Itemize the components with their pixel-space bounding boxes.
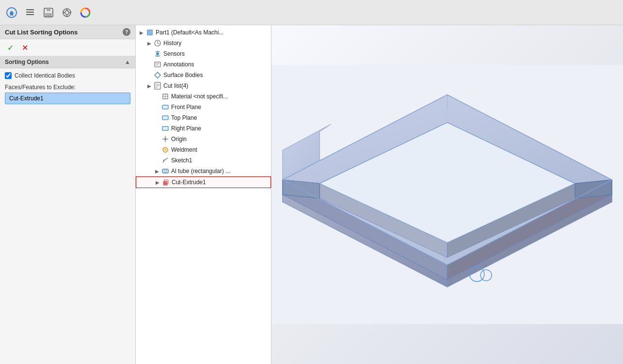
cut-list-expand-icon[interactable]: ▶	[145, 82, 153, 90]
tree-item-surface-bodies[interactable]: Surface Bodies	[136, 70, 271, 80]
extrude-icon	[161, 178, 170, 187]
svg-point-19	[156, 52, 159, 55]
3d-viewport[interactable]	[272, 25, 623, 364]
tree-item-origin[interactable]: Origin	[136, 134, 271, 144]
sorting-options-section-header[interactable]: Sorting Options ▲	[0, 56, 135, 68]
tree-item-history[interactable]: ▶History	[136, 38, 271, 48]
cut-extrude1-label: Cut-Extrude1	[172, 179, 206, 186]
svg-rect-6	[45, 13, 52, 16]
annotations-expand-icon	[145, 61, 153, 68]
tree-item-cut-list[interactable]: ▶Cut list(4)	[136, 80, 271, 91]
svg-rect-3	[26, 14, 34, 15]
sorting-options-content: Collect Identical Bodies Faces/Features …	[0, 68, 135, 108]
target-icon[interactable]	[59, 5, 75, 20]
cross-icon: ✕	[22, 43, 28, 52]
origin-icon	[161, 135, 170, 143]
tree-item-al-tube[interactable]: ▶Al tube (rectangular) ...	[136, 166, 271, 176]
front-plane-expand-icon	[153, 103, 161, 111]
material-label: Material <not specifi...	[171, 93, 228, 100]
toolbar	[0, 0, 623, 25]
svg-rect-41	[163, 181, 167, 185]
tree-item-sensors[interactable]: Sensors	[136, 48, 271, 59]
history-label: History	[163, 40, 181, 47]
faces-features-label: Faces/Features to Exclude:	[5, 84, 130, 91]
panel-header: Cut List Sorting Options ?	[0, 25, 135, 39]
root-label: Part1 (Default<As Machi...	[156, 29, 224, 36]
selected-feature-box[interactable]: Cut-Extrude1	[5, 93, 130, 104]
properties-panel: Cut List Sorting Options ? ✓ ✕ Sorting O…	[0, 25, 136, 364]
home-icon[interactable]	[4, 5, 19, 20]
feature-tree-panel: ▶ Part1 (Default<As Machi... ▶HistorySen…	[136, 25, 272, 364]
svg-rect-1	[26, 9, 34, 10]
al-tube-expand-icon[interactable]: ▶	[153, 167, 161, 175]
sensors-expand-icon	[145, 50, 153, 58]
svg-rect-20	[155, 62, 160, 67]
save-icon[interactable]	[41, 5, 56, 20]
svg-point-38	[163, 160, 165, 161]
material-expand-icon	[153, 93, 161, 100]
check-icon: ✓	[7, 43, 14, 52]
weldment-icon	[161, 145, 170, 154]
collect-identical-row: Collect Identical Bodies	[5, 72, 130, 79]
plane-icon	[161, 103, 170, 111]
collect-identical-checkbox[interactable]	[5, 72, 12, 79]
tree-root-item[interactable]: ▶ Part1 (Default<As Machi...	[136, 27, 271, 38]
accept-button[interactable]: ✓	[5, 42, 16, 53]
surface-bodies-expand-icon	[145, 71, 153, 79]
annotations-label: Annotations	[163, 61, 194, 68]
tree-item-right-plane[interactable]: Right Plane	[136, 123, 271, 134]
al-tube-label: Al tube (rectangular) ...	[171, 168, 230, 174]
3d-view-svg	[272, 25, 623, 364]
right-plane-expand-icon	[153, 125, 161, 132]
origin-expand-icon	[153, 135, 161, 143]
panel-title: Cut List Sorting Options	[5, 29, 78, 36]
part-icon	[145, 28, 154, 37]
top-plane-expand-icon	[153, 114, 161, 122]
svg-rect-5	[47, 8, 50, 11]
svg-line-18	[158, 43, 159, 44]
svg-rect-2	[26, 12, 34, 13]
annotation-icon	[153, 60, 162, 69]
cut-extrude1-expand-icon[interactable]: ▶	[154, 178, 161, 186]
list-icon[interactable]	[22, 5, 38, 20]
tree-item-weldment[interactable]: Weldment	[136, 144, 271, 155]
svg-rect-39	[162, 169, 168, 173]
surface-icon	[153, 71, 162, 79]
svg-rect-15	[148, 31, 152, 34]
svg-rect-32	[162, 116, 168, 120]
sorting-options-title: Sorting Options	[5, 59, 49, 65]
svg-rect-33	[162, 127, 168, 130]
cutlist-icon	[153, 81, 162, 90]
clock-icon	[153, 39, 162, 47]
sensors-label: Sensors	[163, 50, 185, 57]
collect-identical-label[interactable]: Collect Identical Bodies	[15, 72, 75, 79]
svg-point-36	[164, 138, 166, 140]
info-button[interactable]: ?	[123, 28, 130, 36]
sketch1-expand-icon	[153, 157, 161, 164]
action-row: ✓ ✕	[0, 39, 135, 56]
feature-tree: ▶ Part1 (Default<As Machi... ▶HistorySen…	[136, 25, 271, 190]
tree-item-cut-extrude1[interactable]: ▶Cut-Extrude1	[136, 176, 271, 188]
sketch-icon	[161, 156, 170, 165]
top-plane-label: Top Plane	[171, 114, 197, 121]
front-plane-label: Front Plane	[171, 104, 201, 111]
material-icon	[161, 92, 170, 101]
tree-item-sketch1[interactable]: Sketch1	[136, 155, 271, 166]
svg-rect-31	[162, 105, 168, 109]
cancel-button[interactable]: ✕	[19, 42, 30, 53]
tree-item-top-plane[interactable]: Top Plane	[136, 112, 271, 123]
origin-label: Origin	[171, 136, 187, 142]
root-expand-icon[interactable]: ▶	[138, 29, 145, 36]
tree-item-front-plane[interactable]: Front Plane	[136, 102, 271, 112]
svg-rect-40	[164, 170, 167, 172]
sketch1-label: Sketch1	[171, 157, 192, 164]
tree-items-container: ▶HistorySensorsAnnotationsSurface Bodies…	[136, 38, 271, 188]
weldment-label: Weldment	[171, 146, 197, 153]
tree-item-annotations[interactable]: Annotations	[136, 59, 271, 70]
svg-marker-23	[155, 72, 160, 78]
svg-point-8	[65, 11, 69, 15]
color-wheel-icon[interactable]	[78, 5, 93, 20]
tree-item-material[interactable]: Material <not specifi...	[136, 91, 271, 102]
plane-icon	[161, 124, 170, 133]
history-expand-icon[interactable]: ▶	[145, 39, 153, 47]
